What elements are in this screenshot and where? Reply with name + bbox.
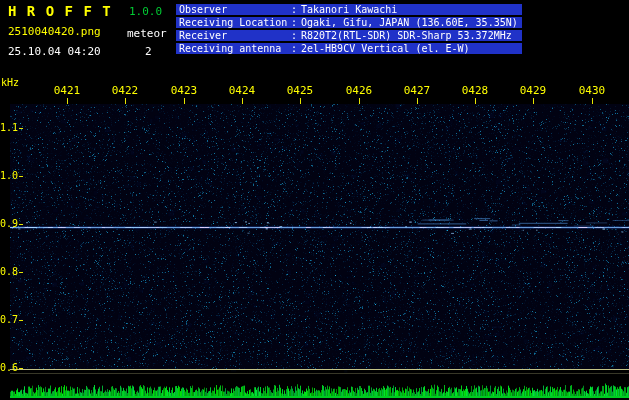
time-tick-label: 0423	[170, 84, 198, 97]
info-value: Takanori Kawachi	[301, 4, 397, 15]
observation-datetime: 25.10.04 04:20	[8, 45, 101, 58]
y-axis-unit-label: kHz	[1, 77, 19, 88]
spectrogram-canvas	[0, 0, 629, 400]
freq-tick-label: 1.1	[0, 122, 18, 133]
info-label: Observer	[179, 4, 291, 15]
observation-mode-label: meteor	[127, 27, 167, 40]
station-info-block: Observer:Takanori KawachiReceiving Locat…	[176, 4, 522, 56]
time-tick-label: 0424	[228, 84, 256, 97]
time-tick-label: 0422	[111, 84, 139, 97]
freq-tick-label: 0.8	[0, 266, 18, 277]
time-tick-label: 0426	[345, 84, 373, 97]
app-version: 1.0.0	[129, 5, 162, 18]
freq-tick-label: 0.7	[0, 314, 18, 325]
info-label: Receiving Location	[179, 17, 291, 28]
station-info-row: Observer:Takanori Kawachi	[176, 4, 522, 15]
info-label: Receiver	[179, 30, 291, 41]
time-tick-label: 0425	[286, 84, 314, 97]
app-title: H R O F F T	[8, 3, 112, 19]
station-info-row: Receiving antenna:2el-HB9CV Vertical (el…	[176, 43, 522, 54]
info-value: R820T2(RTL-SDR) SDR-Sharp 53.372MHz	[301, 30, 512, 41]
info-label: Receiving antenna	[179, 43, 291, 54]
time-tick-label: 0427	[403, 84, 431, 97]
output-filename: 2510040420.png	[8, 25, 101, 38]
station-info-row: Receiver:R820T2(RTL-SDR) SDR-Sharp 53.37…	[176, 30, 522, 41]
freq-tick-label: 0.6	[0, 362, 18, 373]
info-separator: :	[291, 17, 301, 28]
echo-count: 2	[145, 45, 152, 58]
freq-tick-label: 1.0	[0, 170, 18, 181]
info-separator: :	[291, 30, 301, 41]
info-separator: :	[291, 43, 301, 54]
freq-tick-label: 0.9	[0, 218, 18, 229]
time-tick-label: 0421	[53, 84, 81, 97]
info-value: 2el-HB9CV Vertical (el. E-W)	[301, 43, 470, 54]
hrofft-window: H R O F F T 1.0.0 2510040420.png meteor …	[0, 0, 629, 400]
time-tick-label: 0430	[578, 84, 606, 97]
time-tick-label: 0429	[519, 84, 547, 97]
info-separator: :	[291, 4, 301, 15]
info-value: Ogaki, Gifu, JAPAN (136.60E, 35.35N)	[301, 17, 518, 28]
station-info-row: Receiving Location:Ogaki, Gifu, JAPAN (1…	[176, 17, 522, 28]
time-tick-label: 0428	[461, 84, 489, 97]
